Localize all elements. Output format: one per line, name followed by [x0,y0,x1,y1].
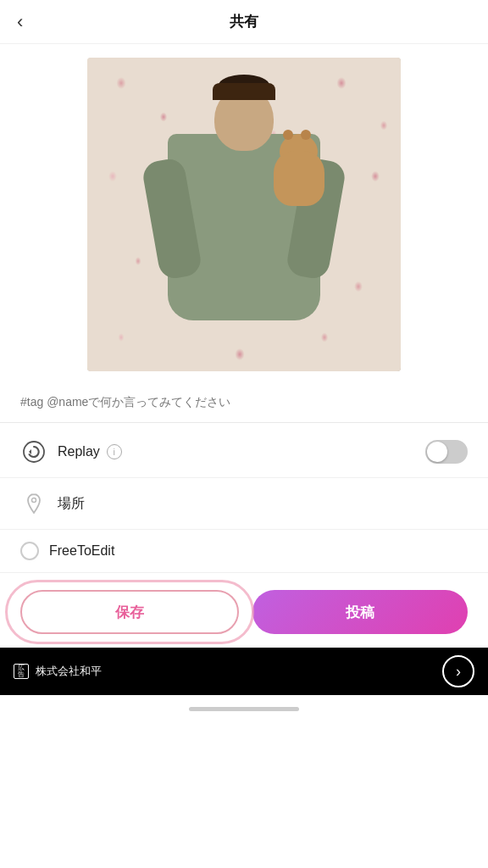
post-image [87,58,401,371]
figure-head [214,87,274,151]
header-title: 共有 [230,12,258,31]
caption-input[interactable] [20,392,468,412]
post-button[interactable]: 投稿 [252,590,468,634]
replay-option-row: Replay i [0,426,488,478]
options-section: Replay i 場所 FreeToEdit [0,423,488,576]
figure [159,87,329,359]
freetoedit-radio[interactable] [20,542,39,560]
back-button[interactable]: ‹ [17,13,23,31]
save-label: 保存 [115,603,144,622]
replay-text: Replay [58,444,100,459]
ad-info-badge: 広 告 [14,664,29,679]
save-button[interactable]: 保存 [20,590,239,634]
ad-banner[interactable]: 広 告 株式会社和平 › [0,648,488,695]
image-container [0,44,488,381]
svg-point-2 [32,498,36,503]
home-indicator [0,695,488,718]
header: ‹ 共有 [0,0,488,44]
ad-arrow-button[interactable]: › [442,655,474,687]
caption-area[interactable] [0,381,488,423]
ad-text: 株式会社和平 [36,664,435,679]
post-label: 投稿 [346,603,374,622]
location-label: 場所 [58,495,468,513]
location-text: 場所 [58,495,85,513]
replay-icon [20,438,47,465]
replay-info-icon[interactable]: i [107,444,122,459]
teddy-bear [265,134,333,210]
svg-point-0 [24,442,44,462]
location-icon [20,490,47,517]
replay-toggle[interactable] [425,440,468,464]
replay-label: Replay i [58,444,425,459]
home-bar [189,707,299,711]
freetoedit-label: FreeToEdit [49,543,468,559]
location-option-row[interactable]: 場所 [0,478,488,530]
freetoedit-option-row[interactable]: FreeToEdit [0,530,488,573]
freetoedit-text: FreeToEdit [49,543,114,559]
action-buttons: 保存 投稿 [0,576,488,648]
